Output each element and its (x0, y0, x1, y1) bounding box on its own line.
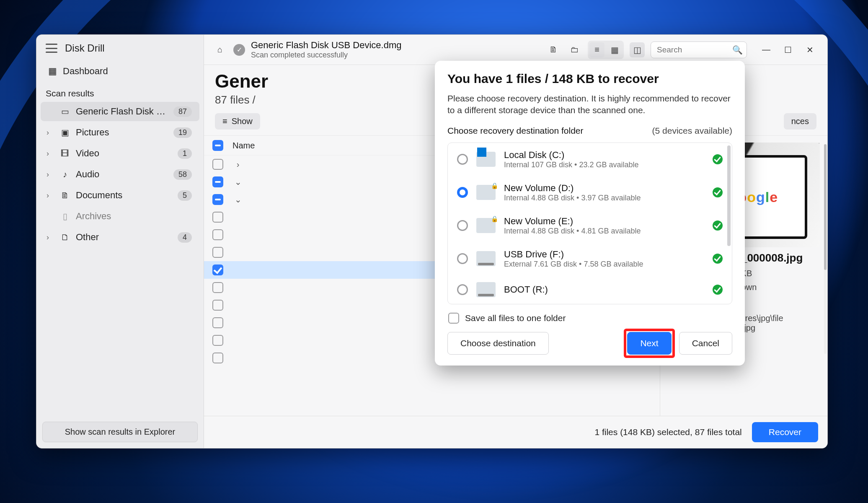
status-ok-icon (713, 254, 723, 264)
next-button[interactable]: Next (627, 332, 671, 355)
device-radio[interactable] (457, 154, 468, 165)
device-sub: Internal 4.88 GB disk • 3.97 GB availabl… (504, 194, 704, 202)
device-radio[interactable] (457, 284, 468, 295)
sidebar-item-other[interactable]: › 🗋 Other 4 (41, 228, 199, 247)
picture-icon: ▣ (60, 127, 70, 137)
sidebar-item-pictures[interactable]: › ▣ Pictures 19 (41, 123, 199, 142)
sidebar-item-archives[interactable]: ▯ Archives (41, 207, 199, 226)
sidebar-item-label: Audio (76, 169, 168, 180)
count-badge: 4 (178, 232, 192, 243)
sidebar-item-label: Documents (76, 190, 172, 201)
modal-subhead: Choose recovery destination folder (447, 126, 584, 136)
sidebar-item-documents[interactable]: › 🗎 Documents 5 (41, 186, 199, 205)
chevron-right-icon: › (46, 149, 54, 158)
sidebar-item-label: Archives (76, 211, 192, 222)
modal-device-count: (5 devices available) (652, 126, 732, 136)
document-icon: 🗎 (60, 191, 70, 200)
video-icon: 🎞 (60, 149, 70, 158)
device-sub: Internal 4.88 GB disk • 4.81 GB availabl… (504, 227, 704, 236)
drive-icon (476, 152, 496, 167)
sidebar-item-label: Pictures (76, 127, 168, 138)
save-all-toggle[interactable]: Save all files to one folder (447, 311, 732, 325)
menu-icon[interactable] (46, 44, 57, 53)
device-name: New Volume (D:) (504, 183, 704, 194)
sidebar-item-video[interactable]: › 🎞 Video 1 (41, 144, 199, 163)
chevron-right-icon: › (46, 191, 54, 200)
device-list-scrollbar[interactable] (727, 145, 731, 246)
dashboard-label: Dashboard (63, 66, 108, 77)
other-icon: 🗋 (60, 233, 70, 242)
device-name: USB Drive (F:) (504, 249, 704, 260)
modal-title: You have 1 files / 148 KB to recover (447, 72, 732, 86)
device-name: New Volume (E:) (504, 216, 704, 227)
cancel-button[interactable]: Cancel (679, 332, 732, 355)
device-count-badge: 87 (173, 106, 192, 117)
app-window: Disk Drill ▦ Dashboard Scan results ▭ Ge… (36, 34, 828, 449)
sidebar: Disk Drill ▦ Dashboard Scan results ▭ Ge… (36, 35, 204, 448)
audio-icon: ♪ (60, 170, 70, 179)
sidebar-item-label: Other (76, 232, 172, 243)
sidebar-item-label: Video (76, 148, 172, 159)
drive-icon (476, 218, 496, 233)
status-ok-icon (713, 220, 723, 231)
drive-icon (476, 282, 496, 297)
device-option[interactable]: New Volume (D:)Internal 4.88 GB disk • 3… (448, 176, 732, 209)
count-badge: 58 (173, 169, 192, 180)
main: ⌂ ✓ Generic Flash Disk USB Device.dmg Sc… (204, 35, 827, 448)
count-badge: 5 (178, 190, 192, 201)
count-badge: 1 (178, 148, 192, 159)
device-list: Local Disk (C:)Internal 107 GB disk • 23… (447, 143, 732, 304)
drive-icon (476, 251, 496, 266)
chevron-right-icon: › (46, 128, 54, 137)
sidebar-dashboard[interactable]: ▦ Dashboard (36, 58, 204, 84)
device-name: Generic Flash Disk USB D... (76, 106, 168, 117)
chevron-right-icon: › (46, 170, 54, 179)
device-option[interactable]: USB Drive (F:)External 7.61 GB disk • 7.… (448, 242, 732, 275)
chevron-right-icon: › (46, 233, 54, 242)
device-name: BOOT (R:) (504, 284, 704, 295)
status-ok-icon (713, 285, 723, 295)
count-badge: 19 (173, 127, 192, 138)
save-all-label: Save all files to one folder (465, 313, 566, 323)
archive-icon: ▯ (60, 211, 70, 221)
recovery-destination-modal: You have 1 files / 148 KB to recover Ple… (435, 61, 745, 366)
drive-icon (476, 185, 496, 200)
device-option[interactable]: New Volume (E:)Internal 4.88 GB disk • 4… (448, 209, 732, 242)
disk-icon: ▭ (60, 106, 70, 117)
device-radio[interactable] (457, 253, 468, 264)
device-name: Local Disk (C:) (504, 150, 704, 161)
device-radio[interactable] (457, 220, 468, 231)
device-sub: Internal 107 GB disk • 23.2 GB available (504, 161, 704, 169)
device-sub: External 7.61 GB disk • 7.58 GB availabl… (504, 260, 704, 269)
device-option[interactable]: Local Disk (C:)Internal 107 GB disk • 23… (448, 143, 732, 176)
grid-icon: ▦ (48, 66, 57, 77)
sidebar-item-audio[interactable]: › ♪ Audio 58 (41, 165, 199, 184)
scan-results-label: Scan results (36, 84, 204, 101)
sidebar-device[interactable]: ▭ Generic Flash Disk USB D... 87 (41, 102, 199, 121)
status-ok-icon (713, 154, 723, 164)
modal-intro: Please choose recovery destination. It i… (447, 93, 732, 117)
save-all-checkbox[interactable] (448, 313, 459, 324)
status-ok-icon (713, 187, 723, 197)
app-title: Disk Drill (65, 42, 105, 54)
device-radio[interactable] (457, 187, 468, 198)
choose-destination-button[interactable]: Choose destination (447, 332, 549, 355)
show-in-explorer-button[interactable]: Show scan results in Explorer (42, 422, 198, 442)
device-option[interactable]: BOOT (R:) (448, 275, 732, 304)
